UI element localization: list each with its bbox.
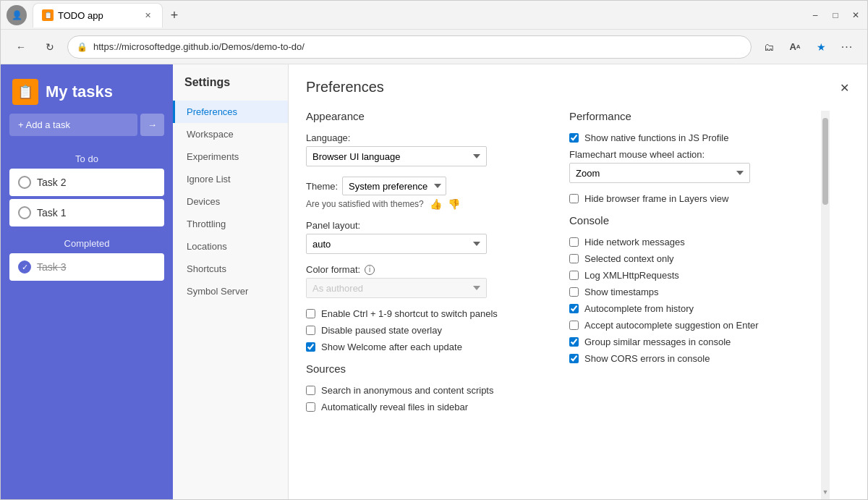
- prefs-header-row: Preferences: [306, 79, 804, 110]
- anon-checkbox[interactable]: [306, 386, 315, 395]
- theme-select[interactable]: System preference: [342, 177, 446, 195]
- appearance-heading: Appearance: [306, 110, 540, 122]
- cors-errors-checkbox[interactable]: [569, 354, 579, 363]
- favorites-button[interactable]: ★: [809, 35, 833, 59]
- active-tab[interactable]: 📋 TODO app ✕: [33, 3, 163, 27]
- menu-button[interactable]: ···: [835, 35, 859, 59]
- tab-bar: 📋 TODO app ✕ +: [33, 3, 186, 27]
- selected-ctx-label: Selected context only: [584, 253, 674, 264]
- ctrl19-checkbox[interactable]: [306, 309, 315, 318]
- minimize-button[interactable]: –: [809, 9, 821, 21]
- hide-frame-checkbox[interactable]: [569, 194, 579, 203]
- thumbs-up-icon[interactable]: 👍: [430, 198, 442, 210]
- task-label: Task 2: [37, 177, 66, 188]
- sidebar-item-ignore-list[interactable]: Ignore List: [173, 168, 288, 190]
- tab-favicon: 📋: [42, 9, 54, 21]
- list-item[interactable]: Task 1: [9, 199, 164, 226]
- devtools-close-button[interactable]: ✕: [833, 76, 856, 99]
- console-section: Console Hide network messages Selected c…: [569, 214, 804, 364]
- group-similar-checkbox[interactable]: [569, 337, 579, 347]
- todo-section-label: To do: [1, 148, 173, 169]
- todo-app-title: My tasks: [46, 82, 113, 101]
- native-checkbox[interactable]: [569, 133, 579, 143]
- performance-heading: Performance: [569, 110, 804, 122]
- checkbox-row: Show native functions in JS Profile: [569, 132, 804, 143]
- back-button[interactable]: ←: [9, 35, 33, 59]
- new-tab-button[interactable]: +: [163, 4, 186, 27]
- hide-frame-label: Hide browser frame in Layers view: [584, 193, 728, 204]
- flamechart-select[interactable]: Zoom: [569, 163, 750, 183]
- prefs-right-col: Performance Show native functions in JS …: [569, 110, 804, 418]
- add-task-button[interactable]: + Add a task: [9, 114, 137, 136]
- collections-button[interactable]: 🗂: [757, 35, 780, 59]
- scroll-down-arrow[interactable]: ▼: [821, 485, 830, 499]
- todo-task-list: Task 2 Task 1: [1, 169, 173, 226]
- sidebar-item-workspace[interactable]: Workspace: [173, 123, 288, 145]
- task-checkbox-done[interactable]: ✓: [18, 260, 31, 274]
- panel-layout-select[interactable]: auto: [306, 234, 487, 254]
- maximize-button[interactable]: □: [830, 9, 841, 21]
- log-xml-label: Log XMLHttpRequests: [584, 270, 679, 281]
- paused-checkbox[interactable]: [306, 326, 315, 335]
- hide-network-label: Hide network messages: [584, 237, 685, 247]
- avatar: 👤: [7, 5, 27, 25]
- checkbox-row: Show timestamps: [569, 287, 804, 297]
- anon-label: Search in anonymous and content scripts: [321, 385, 493, 396]
- preferences-title: Preferences: [306, 79, 384, 96]
- right-panel-controls: ✕ ▼: [821, 64, 867, 499]
- sidebar-item-devices[interactable]: Devices: [173, 190, 288, 213]
- timestamps-checkbox[interactable]: [569, 287, 579, 297]
- log-xml-checkbox[interactable]: [569, 271, 579, 280]
- panel-layout-row: Panel layout: auto: [306, 220, 540, 254]
- hide-network-checkbox[interactable]: [569, 237, 579, 247]
- cors-errors-label: Show CORS errors in console: [584, 353, 710, 364]
- checkbox-row: Show Welcome after each update: [306, 342, 540, 352]
- checkbox-row: Autocomplete from history: [569, 303, 804, 314]
- tab-close-button[interactable]: ✕: [142, 9, 153, 21]
- reload-button[interactable]: ↻: [38, 35, 61, 59]
- thumbs-down-icon[interactable]: 👎: [448, 198, 460, 210]
- reveal-checkbox[interactable]: [306, 402, 315, 412]
- task-checkbox[interactable]: [18, 206, 31, 219]
- checkbox-row: Selected context only: [569, 253, 804, 264]
- sidebar-item-preferences[interactable]: Preferences: [173, 101, 288, 123]
- sidebar-item-symbol-server[interactable]: Symbol Server: [173, 280, 288, 302]
- checkbox-row: Enable Ctrl + 1-9 shortcut to switch pan…: [306, 308, 540, 319]
- task-checkbox[interactable]: [18, 176, 31, 189]
- native-label: Show native functions in JS Profile: [584, 132, 728, 143]
- accept-auto-checkbox[interactable]: [569, 321, 579, 330]
- language-select[interactable]: Browser UI language: [306, 146, 487, 166]
- url-text: https://microsoftedge.github.io/Demos/de…: [93, 41, 742, 52]
- address-bar[interactable]: 🔒 https://microsoftedge.github.io/Demos/…: [67, 35, 752, 59]
- timestamps-label: Show timestamps: [584, 287, 659, 297]
- sidebar-item-throttling[interactable]: Throttling: [173, 213, 288, 235]
- sidebar-item-experiments[interactable]: Experiments: [173, 145, 288, 168]
- flamechart-label: Flamechart mouse wheel action:: [569, 149, 804, 160]
- language-label: Language:: [306, 132, 540, 143]
- theme-row: Theme: System preference Are you satisfi…: [306, 177, 540, 210]
- scrollbar-thumb[interactable]: [822, 118, 828, 205]
- settings-title: Settings: [173, 76, 288, 101]
- selected-ctx-checkbox[interactable]: [569, 254, 579, 263]
- info-icon: i: [365, 265, 375, 275]
- sidebar-item-locations[interactable]: Locations: [173, 235, 288, 258]
- close-button[interactable]: ✕: [850, 9, 861, 21]
- color-format-label: Color format: i: [306, 264, 540, 275]
- sidebar-item-shortcuts[interactable]: Shortcuts: [173, 258, 288, 280]
- browser-window: 👤 📋 TODO app ✕ + – □ ✕ ← ↻ 🔒 https://mic…: [0, 0, 868, 500]
- welcome-label: Show Welcome after each update: [321, 342, 462, 352]
- scrollbar-track[interactable]: [821, 111, 830, 485]
- todo-sidebar: 📋 My tasks + Add a task → To do Task 2 T…: [1, 64, 173, 499]
- task-label-completed: Task 3: [37, 261, 66, 273]
- list-item[interactable]: ✓ Task 3: [9, 253, 164, 281]
- tab-title: TODO app: [58, 10, 137, 21]
- welcome-checkbox[interactable]: [306, 342, 315, 352]
- add-task-arrow-button[interactable]: →: [140, 114, 164, 136]
- list-item[interactable]: Task 2: [9, 169, 164, 196]
- color-format-select[interactable]: As authored: [306, 278, 487, 298]
- autocomplete-checkbox[interactable]: [569, 304, 579, 313]
- reader-button[interactable]: AA: [783, 35, 807, 59]
- color-format-row: Color format: i As authored: [306, 264, 540, 298]
- window-controls: – □ ✕: [809, 9, 861, 21]
- reveal-label: Automatically reveal files in sidebar: [321, 402, 468, 412]
